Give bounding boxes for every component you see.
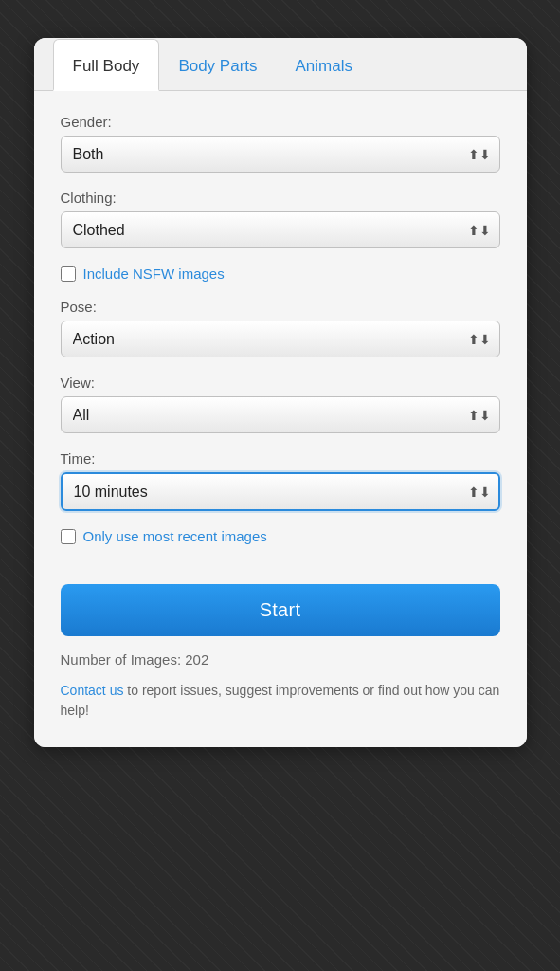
pose-group: Pose: Action Standing Sitting Lying ⬆⬇: [61, 299, 500, 357]
view-label: View:: [61, 375, 500, 391]
time-select[interactable]: 1 minute 2 minutes 5 minutes 10 minutes …: [61, 472, 500, 511]
recent-checkbox[interactable]: [61, 529, 76, 544]
pose-select[interactable]: Action Standing Sitting Lying: [61, 321, 500, 357]
content-area: Gender: Both Male Female ⬆⬇ Clothing: Cl…: [34, 91, 527, 747]
image-count: Number of Images: 202: [61, 651, 500, 668]
view-group: View: All Front Back Side ⬆⬇: [61, 375, 500, 433]
view-select-wrapper: All Front Back Side ⬆⬇: [61, 396, 500, 433]
recent-row: Only use most recent images: [61, 528, 500, 544]
pose-label: Pose:: [61, 299, 500, 315]
footer-rest: to report issues, suggest improvements o…: [61, 683, 500, 718]
nsfw-checkbox[interactable]: [61, 266, 76, 282]
pose-select-wrapper: Action Standing Sitting Lying ⬆⬇: [61, 321, 500, 357]
clothing-select-wrapper: Clothed Nude Partially Clothed ⬆⬇: [61, 211, 500, 248]
clothing-select[interactable]: Clothed Nude Partially Clothed: [61, 211, 500, 248]
time-label: Time:: [61, 450, 500, 467]
gender-select[interactable]: Both Male Female: [61, 136, 500, 173]
nsfw-row: Include NSFW images: [61, 266, 500, 282]
recent-label[interactable]: Only use most recent images: [83, 528, 267, 544]
view-select[interactable]: All Front Back Side: [61, 396, 500, 433]
time-select-wrapper: 1 minute 2 minutes 5 minutes 10 minutes …: [61, 472, 500, 511]
tab-body-parts[interactable]: Body Parts: [159, 39, 276, 91]
clothing-group: Clothing: Clothed Nude Partially Clothed…: [61, 190, 500, 248]
tab-animals[interactable]: Animals: [277, 39, 371, 91]
time-group: Time: 1 minute 2 minutes 5 minutes 10 mi…: [61, 450, 500, 511]
nsfw-label[interactable]: Include NSFW images: [83, 266, 225, 282]
main-card: Full Body Body Parts Animals Gender: Bot…: [34, 38, 527, 747]
clothing-label: Clothing:: [61, 190, 500, 206]
contact-link[interactable]: Contact us: [61, 683, 124, 698]
start-button[interactable]: Start: [61, 584, 500, 636]
tab-bar: Full Body Body Parts Animals: [34, 38, 527, 91]
gender-select-wrapper: Both Male Female ⬆⬇: [61, 136, 500, 173]
gender-group: Gender: Both Male Female ⬆⬇: [61, 114, 500, 173]
footer-text: Contact us to report issues, suggest imp…: [61, 681, 500, 721]
tab-full-body[interactable]: Full Body: [53, 39, 160, 91]
gender-label: Gender:: [61, 114, 500, 130]
